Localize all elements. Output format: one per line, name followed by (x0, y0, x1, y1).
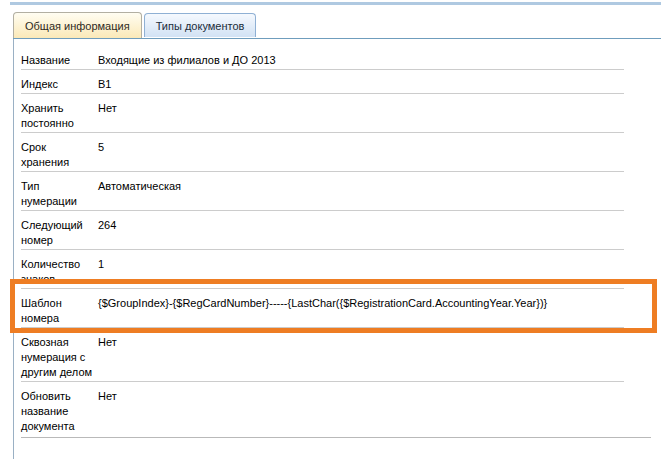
table-row: Сквозная нумерация с другим деломНет (21, 328, 624, 382)
field-value: 1 (98, 257, 104, 272)
field-value: B1 (98, 77, 111, 92)
tab-general-info[interactable]: Общая информация (13, 12, 142, 38)
field-label: Срок хранения (21, 140, 93, 170)
table-row: Следующий номер264 (21, 211, 624, 250)
field-value: Входящие из филиалов и ДО 2013 (98, 53, 276, 68)
field-label: Следующий номер (21, 218, 93, 248)
field-value: {$GroupIndex}-{$RegCardNumber}-----{Last… (98, 296, 547, 311)
table-row: Обновить название документаНет (21, 382, 624, 435)
table-row: ИндексB1 (21, 70, 624, 94)
form-rows: НазваниеВходящие из филиалов и ДО 2013Ин… (21, 46, 661, 435)
table-row: Хранить постоянноНет (21, 94, 624, 133)
tab-bar: Общая информация Типы документов (13, 12, 258, 37)
table-row: Тип нумерацииАвтоматическая (21, 172, 624, 211)
general-info-panel: НазваниеВходящие из филиалов и ДО 2013Ин… (13, 39, 661, 459)
field-label: Шаблон номера (21, 296, 93, 326)
field-label: Название (21, 53, 93, 68)
field-label: Тип нумерации (21, 179, 93, 209)
tab-document-types-label: Типы документов (156, 20, 245, 32)
table-row: Срок хранения5 (21, 133, 624, 172)
table-row: Количество знаков1 (21, 250, 624, 289)
top-divider (10, 2, 661, 5)
tab-document-types[interactable]: Типы документов (144, 13, 257, 37)
table-row: НазваниеВходящие из филиалов и ДО 2013 (21, 46, 624, 70)
field-label: Сквозная нумерация с другим делом (21, 335, 93, 380)
bottom-divider (21, 437, 651, 438)
field-value: 5 (98, 140, 104, 155)
field-value: Нет (98, 335, 117, 350)
field-value: Нет (98, 389, 117, 404)
tab-general-info-label: Общая информация (25, 20, 130, 32)
field-value: Нет (98, 101, 117, 116)
table-row: Шаблон номера{$GroupIndex}-{$RegCardNumb… (21, 289, 624, 328)
settings-page: Общая информация Типы документов Названи… (0, 0, 661, 466)
field-label: Обновить название документа (21, 389, 93, 434)
field-value: 264 (98, 218, 116, 233)
field-label: Количество знаков (21, 257, 93, 287)
field-value: Автоматическая (98, 179, 181, 194)
field-label: Индекс (21, 77, 93, 92)
tab-underline (13, 38, 661, 39)
field-label: Хранить постоянно (21, 101, 93, 131)
